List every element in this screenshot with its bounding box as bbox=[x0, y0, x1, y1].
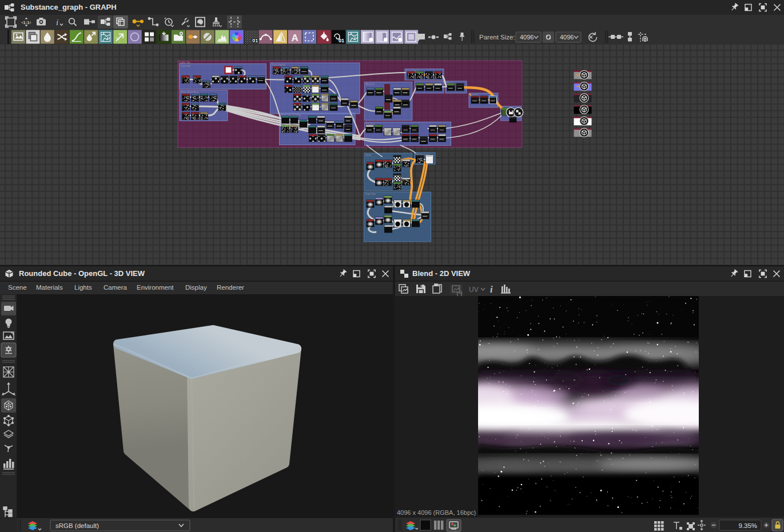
svg-text:4096: 4096 bbox=[520, 34, 534, 41]
svg-text:9.35%: 9.35% bbox=[738, 522, 757, 529]
svg-text:Pixel Stretching: Pixel Stretching bbox=[181, 91, 199, 94]
svg-text:Pixel islands: Pixel islands bbox=[272, 63, 286, 66]
svg-text:sRGB (default): sRGB (default) bbox=[55, 522, 99, 529]
svg-text:Parent Size:: Parent Size: bbox=[479, 34, 515, 41]
svg-text:‹1:1›: ‹1:1› bbox=[22, 20, 31, 25]
svg-text:i: i bbox=[490, 285, 493, 294]
svg-text:UV: UV bbox=[469, 286, 479, 294]
svg-text:01: 01 bbox=[252, 38, 258, 43]
svg-text:4096: 4096 bbox=[560, 34, 574, 41]
svg-text:A: A bbox=[291, 33, 298, 43]
svg-text:Overcast: Overcast bbox=[181, 65, 192, 67]
svg-text:Blend in: Blend in bbox=[365, 83, 375, 86]
svg-text:01: 01 bbox=[339, 38, 344, 43]
svg-text:i: i bbox=[56, 18, 58, 27]
svg-text:Scan line: Scan line bbox=[365, 193, 376, 195]
svg-text:Stars: Stars bbox=[365, 154, 372, 157]
